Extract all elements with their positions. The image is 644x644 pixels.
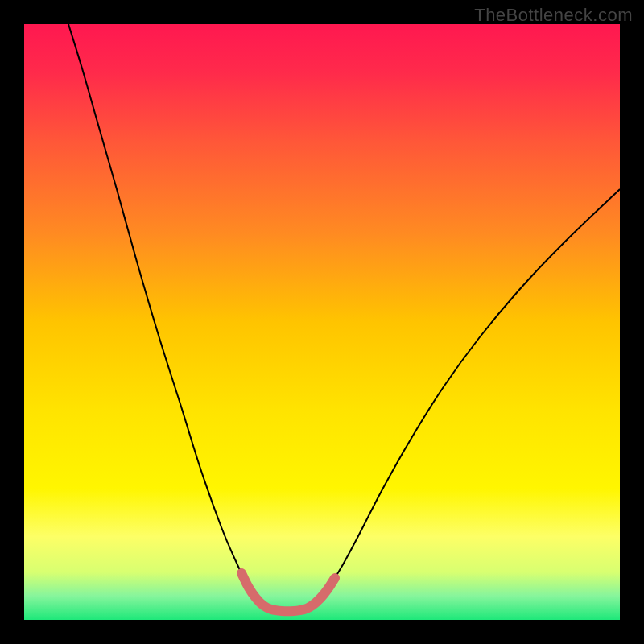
chart-background — [24, 24, 620, 620]
chart-plot — [24, 24, 620, 620]
chart-frame: TheBottleneck.com — [0, 0, 644, 644]
watermark-text: TheBottleneck.com — [474, 5, 633, 26]
chart-svg — [24, 24, 620, 620]
